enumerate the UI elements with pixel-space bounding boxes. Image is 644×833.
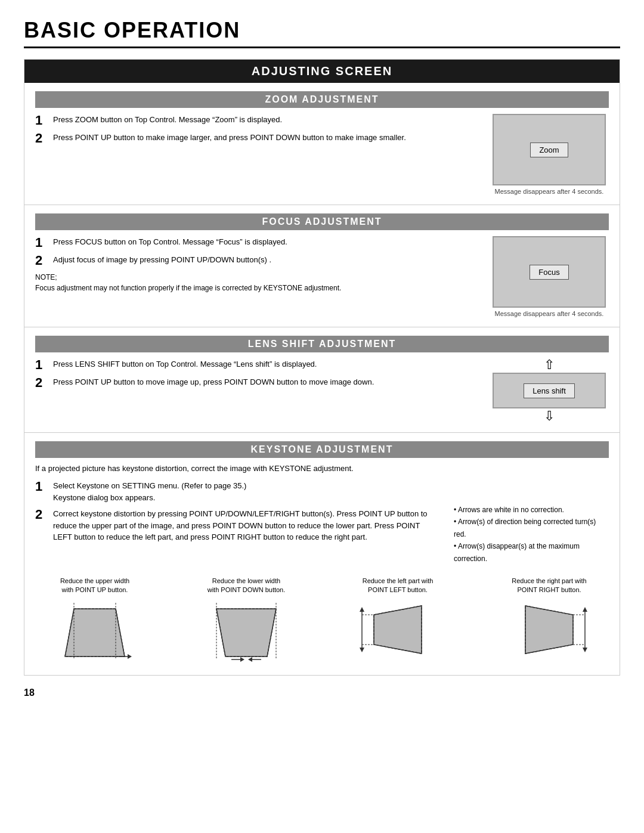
focus-text-2: Adjust focus of image by pressing POINT …: [53, 254, 271, 267]
focus-screen: Focus: [493, 236, 606, 308]
zoom-text-2: Press POINT UP button to make image larg…: [53, 132, 406, 145]
lens-shift-text-col: 1 Press LENS SHIFT button on Top Control…: [35, 358, 478, 394]
zoom-screen-label: Zoom: [530, 143, 568, 157]
keystone-section: KEYSTONE ADJUSTMENT If a projected pictu…: [24, 433, 620, 675]
keystone-diagram-svg-4: [510, 600, 588, 665]
lens-shift-arrow-up: ⇧: [544, 358, 555, 371]
lens-shift-screen-label: Lens shift: [524, 383, 575, 398]
focus-note: NOTE; Focus adjustment may not function …: [35, 272, 478, 293]
keystone-text-2: Correct keystone distortion by pressing …: [53, 508, 436, 543]
keystone-text-col: 1 Select Keystone on SETTING menu. (Refe…: [35, 480, 436, 548]
zoom-header: ZOOM ADJUSTMENT: [35, 91, 609, 108]
keystone-item-1: 1 Select Keystone on SETTING menu. (Refe…: [35, 480, 436, 503]
keystone-diagram-label-1: Reduce the upper width with POINT UP but…: [60, 577, 129, 595]
lens-shift-image-col: ⇧ Lens shift ⇩: [490, 358, 609, 423]
zoom-item-1: 1 Press ZOOM button on Top Control. Mess…: [35, 114, 478, 127]
keystone-diagram-svg-3: [359, 600, 436, 665]
lens-shift-item-2: 2 Press POINT UP button to move image up…: [35, 376, 478, 389]
keystone-bullets-col: Arrows are white in no correction. Arrow…: [454, 480, 609, 565]
lens-shift-section: LENS SHIFT ADJUSTMENT 1 Press LENS SHIFT…: [24, 327, 620, 433]
lens-shift-arrow-down: ⇩: [544, 410, 555, 423]
svg-marker-26: [583, 607, 587, 612]
keystone-header: KEYSTONE ADJUSTMENT: [35, 441, 609, 458]
lens-shift-text-2: Press POINT UP button to move image up, …: [53, 376, 374, 389]
svg-marker-20: [360, 607, 364, 612]
keystone-bullet-3: Arrow(s) disappear(s) at the maximum cor…: [454, 540, 609, 565]
zoom-item-2: 2 Press POINT UP button to make image la…: [35, 132, 478, 145]
main-content: ADJUSTING SCREEN ZOOM ADJUSTMENT 1 Press…: [24, 59, 620, 676]
lens-shift-num-2: 2: [35, 376, 47, 389]
keystone-diagram-3: Reduce the left part with POINT LEFT but…: [338, 577, 457, 665]
focus-image-col: Focus Message disappears after 4 seconds…: [490, 236, 609, 317]
focus-item-1: 1 Press FOCUS button on Top Control. Mes…: [35, 236, 478, 249]
keystone-text-1: Select Keystone on SETTING menu. (Refer …: [53, 481, 246, 490]
keystone-diagram-svg-1: [56, 600, 134, 665]
zoom-image-col: Zoom Message disappears after 4 seconds.: [490, 114, 609, 195]
svg-marker-27: [583, 648, 587, 652]
focus-text-1: Press FOCUS button on Top Control. Messa…: [53, 236, 287, 249]
keystone-diagram-4: Reduce the right part with POINT RIGHT b…: [490, 577, 609, 665]
keystone-bullet-2: Arrow(s) of direction being corrected tu…: [454, 516, 609, 540]
keystone-intro: If a projected picture has keystone dist…: [35, 464, 609, 473]
lens-shift-header: LENS SHIFT ADJUSTMENT: [35, 336, 609, 352]
svg-marker-6: [216, 609, 276, 657]
lens-shift-num-1: 1: [35, 358, 47, 371]
lens-shift-item-1: 1 Press LENS SHIFT button on Top Control…: [35, 358, 478, 371]
focus-note-title: NOTE;: [35, 272, 478, 283]
keystone-diagram-2: Reduce the lower width with POINT DOWN b…: [187, 577, 306, 665]
zoom-section: ZOOM ADJUSTMENT 1 Press ZOOM button on T…: [24, 83, 620, 205]
focus-msg-disappears: Message disappears after 4 seconds.: [495, 310, 604, 317]
keystone-diagrams-row: Reduce the upper width with POINT UP but…: [35, 577, 609, 665]
zoom-num-2: 2: [35, 132, 47, 145]
lens-shift-text-1: Press LENS SHIFT button on Top Control. …: [53, 358, 317, 371]
zoom-num-1: 1: [35, 114, 47, 127]
keystone-diagram-svg-2: [208, 600, 285, 665]
focus-header: FOCUS ADJUSTMENT: [35, 213, 609, 230]
page-title: BASIC OPERATION: [24, 18, 620, 48]
keystone-num-2: 2: [35, 508, 47, 543]
zoom-text-1: Press ZOOM button on Top Control. Messag…: [53, 114, 282, 127]
focus-note-text: Focus adjustment may not function proper…: [35, 283, 478, 293]
svg-marker-9: [240, 657, 244, 662]
keystone-item-2: 2 Correct keystone distortion by pressin…: [35, 508, 436, 543]
focus-item-2: 2 Adjust focus of image by pressing POIN…: [35, 254, 478, 267]
svg-marker-3: [128, 654, 132, 659]
zoom-text-col: 1 Press ZOOM button on Top Control. Mess…: [35, 114, 478, 150]
keystone-diagram-label-4: Reduce the right part with POINT RIGHT b…: [512, 577, 586, 595]
keystone-num-1: 1: [35, 480, 47, 503]
focus-text-col: 1 Press FOCUS button on Top Control. Mes…: [35, 236, 478, 293]
page-number: 18: [24, 688, 620, 698]
keystone-bullet-1: Arrows are white in no correction.: [454, 504, 609, 516]
svg-marker-11: [248, 657, 252, 662]
keystone-diagram-label-3: Reduce the left part with POINT LEFT but…: [363, 577, 434, 595]
lens-shift-screen: Lens shift: [493, 373, 606, 408]
zoom-screen: Zoom: [493, 114, 606, 185]
focus-screen-label: Focus: [530, 265, 568, 280]
keystone-subtext-1: Keystone dialog box appears.: [53, 493, 155, 502]
focus-num-1: 1: [35, 236, 47, 249]
focus-section: FOCUS ADJUSTMENT 1 Press FOCUS button on…: [24, 205, 620, 327]
keystone-diagram-label-2: Reduce the lower width with POINT DOWN b…: [208, 577, 286, 595]
focus-num-2: 2: [35, 254, 47, 267]
svg-marker-19: [360, 648, 364, 652]
keystone-diagram-1: Reduce the upper width with POINT UP but…: [35, 577, 154, 665]
zoom-msg-disappears: Message disappears after 4 seconds.: [495, 188, 604, 195]
adjusting-screen-header: ADJUSTING SCREEN: [24, 60, 620, 83]
